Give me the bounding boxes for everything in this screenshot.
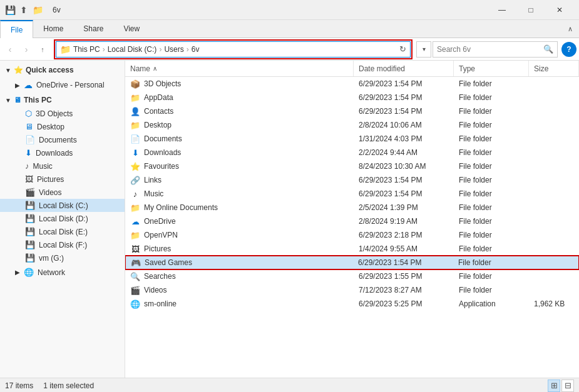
sidebar-item-desktop[interactable]: 🖥 Desktop (0, 120, 125, 133)
folder-links-icon: 🔗 (130, 176, 140, 185)
sidebar-item-videos[interactable]: 🎬 Videos (0, 186, 125, 199)
back-button[interactable]: ‹ (3, 42, 18, 57)
title-bar-controls: — □ ✕ (488, 0, 574, 20)
ribbon-collapse-btn[interactable]: ∧ (564, 24, 576, 34)
minimize-button[interactable]: — (488, 0, 516, 20)
file-cell-name: 📁 OpenVPN (125, 231, 354, 240)
tab-view[interactable]: View (113, 20, 150, 38)
sidebar-item-documents[interactable]: 📄 Documents (0, 133, 125, 146)
pictures-icon: 🖼 (25, 174, 33, 184)
file-row[interactable]: 📁 OpenVPN 6/29/2023 2:18 PM File folder (125, 228, 579, 242)
main-layout: ▼ ⭐ Quick access ▶ ☁ OneDrive - Personal… (0, 61, 579, 378)
col-header-name[interactable]: Name ∧ (125, 61, 354, 76)
file-row[interactable]: 👤 Contacts 6/29/2023 1:54 PM File folder (125, 104, 579, 118)
downloads-label: Downloads (36, 149, 73, 158)
desktop-label: Desktop (37, 123, 64, 131)
localdisk-d-icon: 💾 (25, 214, 35, 223)
close-button[interactable]: ✕ (545, 0, 574, 20)
address-bar[interactable]: 📁 This PC › Local Disk (C:) › Users › 6v… (56, 41, 411, 58)
folder-favourites-icon: ⭐ (130, 162, 140, 171)
search-bar[interactable]: 🔍 (433, 41, 558, 58)
sidebar-item-localdisk-c[interactable]: 💾 Local Disk (C:) (0, 199, 125, 212)
file-row[interactable]: 🔗 Links 6/29/2023 1:54 PM File folder (125, 173, 579, 187)
file-cell-name: ♪ Music (125, 189, 354, 199)
sidebar-header-thispc[interactable]: ▼ 🖥 This PC (0, 93, 125, 107)
file-cell-name: ⭐ Favourites (125, 162, 354, 171)
vm-g-icon: 💾 (25, 253, 35, 263)
address-text: This PC › Local Disk (C:) › Users › 6v (73, 45, 199, 54)
file-row[interactable]: 📄 Documents 1/31/2024 4:03 PM File folde… (125, 132, 579, 146)
localdisk-f-icon: 💾 (25, 240, 35, 249)
file-row-savedgames[interactable]: 🎮 Saved Games 6/29/2023 1:54 PM File fol… (125, 256, 579, 269)
col-header-date[interactable]: Date modified (354, 61, 454, 76)
col-header-size[interactable]: Size (529, 61, 579, 76)
maximize-button[interactable]: □ (516, 0, 545, 20)
sidebar-section-network: ▶ 🌐 Network (0, 266, 125, 279)
sidebar-item-localdisk-d[interactable]: 💾 Local Disk (D:) (0, 212, 125, 225)
file-row[interactable]: ♪ Music 6/29/2023 1:54 PM File folder (125, 187, 579, 201)
tab-home[interactable]: Home (33, 20, 73, 38)
up-button[interactable]: ↑ (35, 42, 50, 57)
file-row[interactable]: 📦 3D Objects 6/29/2023 1:54 PM File fold… (125, 77, 579, 91)
file-row[interactable]: 📁 My Online Documents 2/5/2024 1:39 PM F… (125, 201, 579, 214)
tab-share[interactable]: Share (73, 20, 113, 38)
sidebar-item-downloads[interactable]: ⬇ Downloads (0, 146, 125, 159)
sidebar-item-vm-g[interactable]: 💾 vm (G:) (0, 251, 125, 264)
address-part-users[interactable]: Users (164, 45, 183, 54)
sidebar-item-localdisk-e[interactable]: 💾 Local Disk (E:) (0, 225, 125, 238)
search-icon: 🔍 (543, 44, 553, 54)
refresh-button[interactable]: ↻ (399, 44, 406, 54)
localdisk-e-label: Local Disk (E:) (39, 228, 88, 236)
details-view-button[interactable]: ⊞ (548, 379, 560, 392)
file-cell-name: 🌐 sm-online (125, 299, 354, 309)
downloads-icon: ⬇ (25, 148, 32, 158)
sidebar-item-3dobjects[interactable]: ⬡ 3D Objects (0, 107, 125, 120)
view-controls: ⊞ ⊟ (548, 379, 574, 392)
address-part-6v[interactable]: 6v (192, 45, 200, 54)
vm-g-label: vm (G:) (39, 254, 64, 263)
localdisk-c-label: Local Disk (C:) (39, 201, 88, 210)
file-cell-name: 🎮 Saved Games (126, 258, 353, 268)
folder-documents-icon: 📄 (130, 134, 140, 144)
folder-videos-icon: 🎬 (130, 286, 140, 295)
col-header-type[interactable]: Type (454, 61, 529, 76)
file-cell-name: 👤 Contacts (125, 107, 354, 116)
file-row[interactable]: 📁 AppData 6/29/2023 1:54 PM File folder (125, 91, 579, 104)
sidebar-item-network[interactable]: ▶ 🌐 Network (0, 266, 125, 279)
sidebar-item-onedrive[interactable]: ▶ ☁ OneDrive - Personal (0, 78, 125, 92)
sidebar-item-music[interactable]: ♪ Music (0, 159, 125, 173)
sidebar-item-pictures[interactable]: 🖼 Pictures (0, 173, 125, 186)
file-row[interactable]: ☁ OneDrive 2/8/2024 9:19 AM File folder (125, 214, 579, 228)
quick-access-toolbar-icon2: ⬆ (19, 5, 29, 15)
file-row[interactable]: 🌐 sm-online 6/29/2023 5:25 PM Applicatio… (125, 297, 579, 311)
thispc-label: This PC (24, 96, 52, 104)
onedrive-icon: ☁ (24, 80, 33, 90)
address-part-localdisk[interactable]: Local Disk (C:) (108, 45, 157, 54)
file-row[interactable]: ⬇ Downloads 2/2/2024 9:44 AM File folder (125, 146, 579, 159)
search-input[interactable] (437, 45, 541, 54)
folder-myonlinedocs-icon: 📁 (130, 203, 140, 213)
file-cell-name: 🔍 Searches (125, 272, 354, 281)
address-part-thispc[interactable]: This PC (73, 45, 100, 54)
3dobjects-icon: ⬡ (25, 109, 32, 118)
documents-label: Documents (39, 136, 77, 144)
file-row[interactable]: 📁 Desktop 2/8/2024 10:06 AM File folder (125, 118, 579, 132)
file-row[interactable]: 🎬 Videos 7/12/2023 8:27 AM File folder (125, 283, 579, 297)
file-cell-name: 📄 Documents (125, 134, 354, 144)
app-sm-online-icon: 🌐 (130, 299, 140, 309)
sidebar-section-thispc: ▼ 🖥 This PC ⬡ 3D Objects 🖥 Desktop 📄 Doc… (0, 93, 125, 264)
videos-icon: 🎬 (25, 188, 35, 197)
folder-3dobjects-icon: 📦 (130, 79, 140, 89)
tab-file[interactable]: File (0, 20, 33, 38)
forward-button[interactable]: › (19, 42, 34, 57)
file-cell-name: 🔗 Links (125, 176, 354, 185)
file-row[interactable]: 🖼 Pictures 1/4/2024 9:55 AM File folder (125, 242, 579, 256)
file-row[interactable]: ⭐ Favourites 8/24/2023 10:30 AM File fol… (125, 159, 579, 173)
large-icon-view-button[interactable]: ⊟ (561, 379, 574, 392)
sidebar-header-quickaccess[interactable]: ▼ ⭐ Quick access (0, 63, 125, 77)
address-dropdown[interactable]: ▾ (416, 41, 431, 58)
file-row[interactable]: 🔍 Searches 6/29/2023 1:55 PM File folder (125, 269, 579, 283)
file-list[interactable]: 📦 3D Objects 6/29/2023 1:54 PM File fold… (125, 77, 579, 378)
help-button[interactable]: ? (561, 42, 576, 57)
sidebar-item-localdisk-f[interactable]: 💾 Local Disk (F:) (0, 238, 125, 251)
